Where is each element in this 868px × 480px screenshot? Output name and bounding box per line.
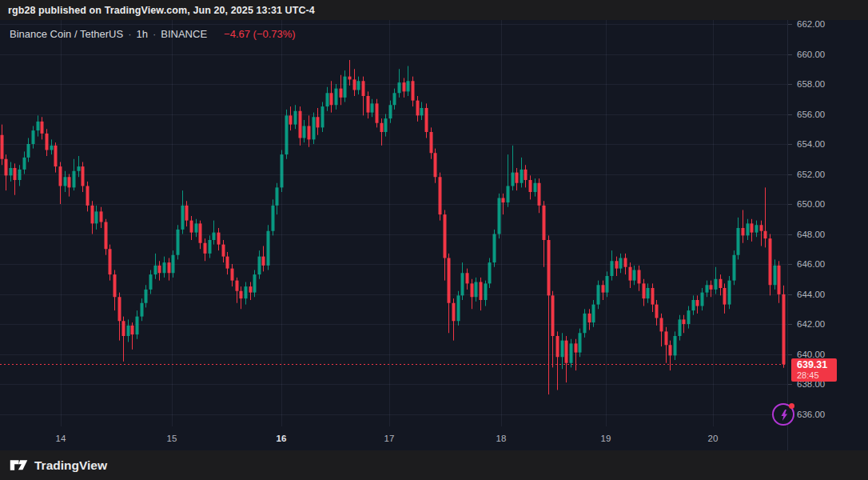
ptick-line: [788, 264, 792, 265]
price-axis-label: 648.00: [797, 230, 825, 239]
price-axis-label: 662.00: [797, 20, 825, 29]
time-axis-label: 20: [708, 434, 719, 443]
price-axis-label: 642.00: [797, 319, 825, 329]
ptick-line: [788, 174, 792, 175]
ptick-line: [788, 324, 792, 325]
time-axis[interactable]: 14151617181920: [0, 426, 787, 450]
notification-dot: [789, 403, 794, 409]
tradingview-logo-mark: [10, 459, 28, 471]
time-axis-label: 15: [167, 434, 177, 443]
candlestick-canvas: [0, 20, 787, 426]
price-axis-label: 654.00: [797, 139, 825, 149]
change-value: −4.67 (−0.73%): [224, 28, 296, 40]
tradingview-logo[interactable]: TradingView: [10, 458, 107, 473]
legend-separator: ·: [128, 28, 131, 40]
vgrid-line: [713, 20, 714, 426]
time-axis-label: 17: [384, 434, 395, 443]
ptick-line: [788, 234, 792, 235]
vgrid-line: [172, 20, 173, 426]
last-price-badge: 639.31 28:45: [791, 358, 837, 382]
hgrid-line: [0, 354, 787, 355]
chart-pane[interactable]: Binance Coin / TetherUS · 1h · BINANCE −…: [0, 20, 787, 426]
time-axis-label: 16: [277, 434, 287, 443]
price-axis-label: 646.00: [797, 259, 825, 269]
hgrid-line: [0, 54, 787, 55]
vgrid-line: [606, 20, 607, 426]
price-axis-label: 650.00: [797, 199, 825, 209]
price-axis-label: 636.00: [797, 410, 825, 419]
price-axis-label: 660.00: [797, 50, 825, 59]
hgrid-line: [0, 324, 787, 325]
price-axis[interactable]: 639.31 28:45 662.00660.00658.00656.00654…: [787, 20, 868, 450]
hgrid-line: [0, 414, 787, 415]
ptick-line: [788, 384, 792, 385]
time-axis-label: 18: [496, 434, 507, 443]
ptick-line: [788, 24, 792, 25]
last-price-value: 639.31: [797, 359, 837, 370]
published-chart-image: rgb28 published on TradingView.com, Jun …: [0, 0, 868, 480]
tradingview-logo-text: TradingView: [34, 458, 107, 473]
vgrid-line: [281, 20, 282, 426]
ptick-line: [788, 144, 792, 145]
hgrid-line: [0, 84, 787, 85]
ptick-line: [788, 204, 792, 205]
ptick-line: [788, 54, 792, 55]
price-axis-label: 652.00: [797, 170, 825, 179]
price-axis-label: 658.00: [797, 79, 825, 89]
ptick-line: [788, 84, 792, 85]
chart-area: Binance Coin / TetherUS · 1h · BINANCE −…: [0, 20, 868, 450]
time-axis-label: 19: [601, 434, 611, 443]
hgrid-line: [0, 234, 787, 235]
lightning-bolt-icon: [776, 406, 792, 424]
boost-button[interactable]: [772, 403, 794, 426]
legend-separator: ·: [153, 28, 156, 40]
vgrid-line: [61, 20, 62, 426]
ptick-line: [788, 114, 792, 115]
exchange-label: BINANCE: [161, 28, 207, 40]
time-axis-label: 14: [56, 434, 66, 443]
price-axis-label: 644.00: [797, 290, 825, 299]
footer-bar: TradingView: [0, 450, 868, 480]
price-axis-label: 656.00: [797, 110, 825, 119]
hgrid-line: [0, 264, 787, 265]
symbol-legend[interactable]: Binance Coin / TetherUS · 1h · BINANCE −…: [10, 28, 296, 40]
interval-label: 1h: [136, 28, 147, 40]
hgrid-line: [0, 204, 787, 205]
ptick-line: [788, 294, 792, 295]
hgrid-line: [0, 24, 787, 25]
publish-info-text: rgb28 published on TradingView.com, Jun …: [8, 5, 315, 16]
ptick-line: [788, 354, 792, 355]
hgrid-line: [0, 174, 787, 175]
symbol-title: Binance Coin / TetherUS: [10, 28, 123, 40]
hgrid-line: [0, 114, 787, 115]
last-price-line: [0, 364, 787, 365]
publish-info-bar: rgb28 published on TradingView.com, Jun …: [0, 0, 868, 20]
hgrid-line: [0, 144, 787, 145]
bar-countdown-timer: 28:45: [797, 370, 837, 381]
hgrid-line: [0, 294, 787, 295]
vgrid-line: [389, 20, 390, 426]
price-axis-label: 640.00: [797, 350, 825, 359]
vgrid-line: [501, 20, 502, 426]
hgrid-line: [0, 384, 787, 385]
